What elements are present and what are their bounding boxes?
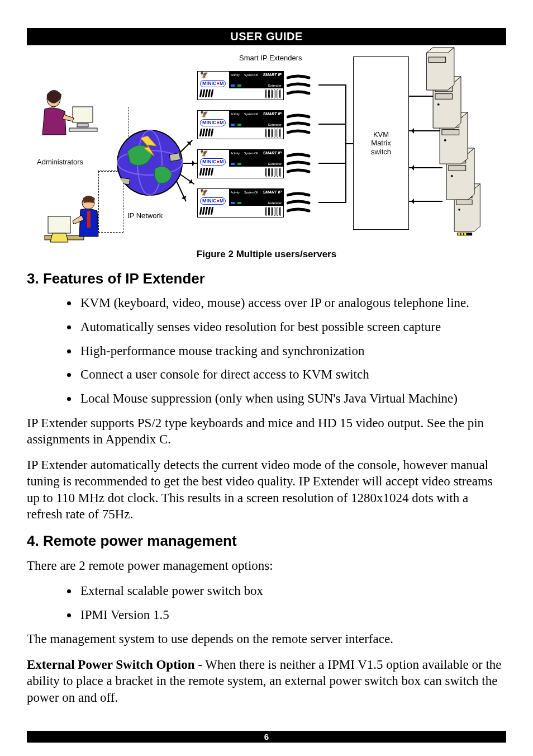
svg-point-38: [437, 103, 440, 106]
svg-rect-22: [461, 233, 464, 235]
power-option-item: IPMI Version 1.5: [78, 607, 501, 623]
administrator-figure-top: [32, 84, 99, 146]
feature-item: Local Mouse suppression (only when using…: [78, 391, 501, 407]
smart-ip-label: SMART IP: [263, 151, 282, 155]
svg-rect-37: [435, 94, 453, 100]
section-4-para-1: The management system to use depends on …: [27, 631, 506, 647]
extender-label: Extender: [268, 123, 282, 126]
extender-label: Extender: [268, 201, 282, 205]
cable-lines: [287, 72, 321, 99]
smart-ip-extender-unit: 🦅 MINIC●M Activity System OK SMART IP Ex…: [197, 110, 284, 139]
smart-ip-extender-unit: 🦅 MINIC●M Activity System OK SMART IP Ex…: [197, 188, 284, 218]
minicom-logo: MINIC●M: [200, 197, 226, 205]
connector-line-2: [183, 163, 197, 164]
svg-rect-1: [77, 124, 88, 127]
svg-rect-2: [69, 128, 97, 131]
section-4-heading: 4. Remote power management: [27, 532, 506, 550]
connector-line-4: [176, 181, 187, 202]
svg-rect-32: [442, 130, 459, 135]
activity-label: Activity: [231, 152, 240, 155]
administrator-figure-bottom: [42, 191, 110, 252]
svg-rect-13: [169, 153, 180, 162]
cable-lines: [287, 111, 321, 138]
ip-network-globe: [116, 129, 183, 196]
connector-line-1: [180, 140, 193, 153]
cable-lines: [287, 190, 321, 216]
arrow-left: [409, 201, 442, 202]
feature-item: Connect a user console for direct access…: [78, 367, 501, 383]
smart-ip-label: SMART IP: [263, 190, 282, 194]
activity-label: Activity: [231, 191, 240, 194]
features-list: KVM (keyboard, video, mouse) access over…: [78, 295, 501, 407]
power-option-item: External scalable power switch box: [78, 583, 501, 599]
connector: [318, 84, 346, 86]
logo-bird-icon: 🦅: [200, 151, 228, 155]
smart-ip-extender-unit: 🦅 MINIC●M Activity System OK SMART IP Ex…: [197, 71, 284, 100]
system-ok-label: System OK: [244, 73, 258, 77]
section-3-para-2: IP Extender automatically detects the cu…: [27, 457, 506, 523]
feature-item: Automatically senses video resolution fo…: [78, 319, 501, 336]
section-4-intro: There are 2 remote power management opti…: [27, 557, 506, 574]
minicom-logo: MINIC●M: [200, 158, 226, 166]
minicom-logo: MINIC●M: [200, 119, 226, 126]
activity-label: Activity: [231, 73, 240, 77]
smart-ip-extenders-label: Smart IP Extenders: [239, 54, 302, 63]
svg-point-19: [458, 209, 460, 211]
system-ok-label: System OK: [244, 112, 258, 116]
power-options-list: External scalable power switch box IPMI …: [78, 583, 501, 623]
svg-marker-6: [50, 233, 68, 242]
section-3-heading: 3. Features of IP Extender: [27, 270, 506, 287]
section-4-para-2: External Power Switch Option - When ther…: [27, 656, 506, 706]
svg-rect-5: [48, 216, 70, 233]
extender-label: Extender: [268, 84, 282, 87]
svg-rect-27: [449, 166, 466, 171]
logo-bird-icon: 🦅: [200, 190, 228, 195]
kvm-matrix-switch-box: KVM Matrix switch: [353, 56, 409, 230]
connector-line-3: [180, 174, 194, 185]
smart-ip-label: SMART IP: [263, 112, 282, 116]
svg-rect-41: [429, 57, 445, 63]
section-3-para-1: IP Extender supports PS/2 type keyboards…: [27, 415, 506, 448]
svg-rect-23: [464, 233, 467, 235]
logo-bird-icon: 🦅: [200, 112, 228, 116]
svg-point-33: [444, 139, 446, 141]
connector: [345, 143, 353, 144]
connector: [318, 163, 346, 164]
feature-item: KVM (keyboard, video, mouse) access over…: [78, 295, 501, 311]
arrow-left: [409, 167, 442, 168]
system-ok-label: System OK: [244, 152, 258, 155]
svg-rect-0: [73, 107, 93, 122]
extender-label: Extender: [268, 162, 282, 166]
connector: [318, 202, 346, 203]
svg-rect-21: [458, 233, 460, 235]
smart-ip-extender-unit: 🦅 MINIC●M Activity System OK SMART IP Ex…: [197, 149, 284, 178]
feature-item: High-performance mouse tracking and sync…: [78, 343, 501, 360]
svg-marker-39: [426, 48, 454, 90]
network-diagram: Smart IP Extenders Administrators: [27, 51, 506, 247]
smart-ip-label: SMART IP: [263, 73, 282, 77]
logo-bird-icon: 🦅: [200, 73, 228, 77]
svg-rect-8: [87, 211, 91, 228]
connector: [318, 124, 346, 125]
svg-point-28: [451, 175, 453, 177]
footer-bar: 6: [27, 731, 506, 743]
minicom-logo: MINIC●M: [200, 80, 226, 87]
server-tower-icon: [423, 46, 459, 91]
cable-lines: [287, 150, 321, 177]
external-power-switch-bold: External Power Switch Option: [27, 658, 194, 672]
system-ok-label: System OK: [244, 191, 258, 194]
administrators-label: Administrators: [37, 158, 83, 167]
header-bar: USER GUIDE: [27, 28, 506, 45]
kvm-label: KVM Matrix switch: [371, 130, 391, 157]
ip-network-label: IP Network: [127, 212, 163, 220]
activity-label: Activity: [231, 112, 240, 116]
